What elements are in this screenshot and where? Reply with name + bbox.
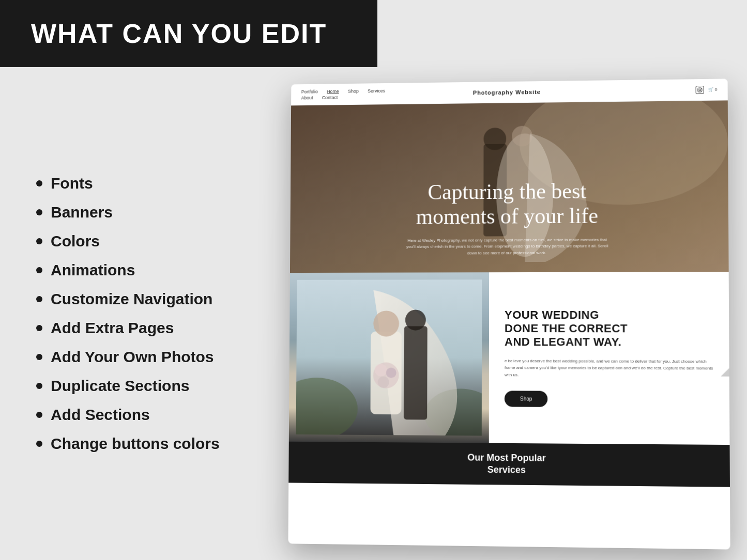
bullet-dot	[36, 238, 42, 244]
page-title: WHAT CAN YOU EDIT	[31, 18, 327, 49]
list-item-extra-pages: Add Extra Pages	[36, 319, 258, 337]
bullet-dot	[36, 383, 42, 389]
site-brand: Photography Website	[473, 88, 541, 95]
list-item-add-sections: Add Sections	[36, 406, 258, 424]
list-item-duplicate-sections: Duplicate Sections	[36, 377, 258, 395]
nav-link-home[interactable]: Home	[327, 89, 339, 94]
hero-section: Capturing the best moments of your life …	[290, 100, 729, 273]
nav-row-2: About Contact	[301, 94, 385, 100]
svg-rect-18	[404, 326, 427, 419]
instagram-icon[interactable]	[696, 86, 704, 94]
nav-left-links: Portfolio Home Shop Services About Conta…	[301, 88, 386, 100]
hero-subtext: Here at Wesley Photography, we not only …	[404, 237, 611, 257]
bride-svg	[296, 279, 482, 435]
wedding-description: e believe you deserve the best wedding p…	[505, 357, 713, 379]
list-item-banners: Banners	[36, 204, 258, 221]
left-panel: Fonts Banners Colors Animations Customiz…	[0, 67, 289, 560]
list-item-colors: Colors	[36, 232, 258, 250]
wedding-photo-inner	[296, 279, 482, 435]
bullet-dot	[36, 325, 42, 331]
bullet-dot	[36, 441, 42, 447]
cart-icon[interactable]: 🛒 0	[708, 87, 717, 92]
bullet-dot	[36, 209, 42, 215]
header-bar: WHAT CAN YOU EDIT	[0, 0, 377, 67]
hero-headline: Capturing the best moments of your life	[310, 178, 707, 230]
list-item-fonts: Fonts	[36, 175, 258, 192]
nav-row-1: Portfolio Home Shop Services	[301, 88, 385, 94]
list-item-animations: Animations	[36, 261, 258, 279]
nav-link-about[interactable]: About	[301, 95, 313, 100]
bullet-dot	[36, 354, 42, 360]
hero-content: Capturing the best moments of your life …	[310, 178, 707, 257]
bullet-dot	[36, 180, 42, 186]
wedding-photo	[289, 272, 489, 443]
nav-link-portfolio[interactable]: Portfolio	[301, 89, 318, 94]
svg-point-2	[701, 88, 702, 89]
list-item-own-photos: Add Your Own Photos	[36, 348, 258, 366]
wedding-text: YOUR WEDDING DONE THE CORRECT AND ELEGAN…	[489, 272, 730, 445]
shop-button[interactable]: Shop	[505, 391, 548, 408]
popular-services-text: Our Most Popular Services	[467, 452, 546, 476]
browser-window: Portfolio Home Shop Services About Conta…	[288, 79, 730, 549]
corner-fold	[721, 368, 729, 376]
features-list: Fonts Banners Colors Animations Customiz…	[36, 175, 258, 453]
svg-point-1	[699, 89, 701, 91]
bullet-dot	[36, 412, 42, 418]
list-item-customize-nav: Customize Navigation	[36, 290, 258, 308]
bullet-dot	[36, 296, 42, 302]
bullet-dot	[36, 267, 42, 273]
wedding-section: YOUR WEDDING DONE THE CORRECT AND ELEGAN…	[289, 272, 730, 445]
svg-point-13	[373, 310, 399, 336]
wedding-title: YOUR WEDDING DONE THE CORRECT AND ELEGAN…	[505, 308, 713, 349]
nav-link-shop[interactable]: Shop	[348, 88, 359, 94]
svg-point-19	[405, 309, 426, 330]
svg-point-16	[386, 368, 397, 378]
website-mockup: Portfolio Home Shop Services About Conta…	[287, 80, 726, 545]
nav-link-services[interactable]: Services	[368, 88, 385, 93]
nav-link-contact[interactable]: Contact	[322, 95, 338, 100]
list-item-change-buttons: Change buttons colors	[36, 435, 258, 453]
nav-icons: 🛒 0	[696, 85, 717, 94]
svg-point-15	[375, 364, 387, 376]
bottom-section: Our Most Popular Services	[288, 442, 730, 487]
svg-point-17	[378, 377, 389, 388]
